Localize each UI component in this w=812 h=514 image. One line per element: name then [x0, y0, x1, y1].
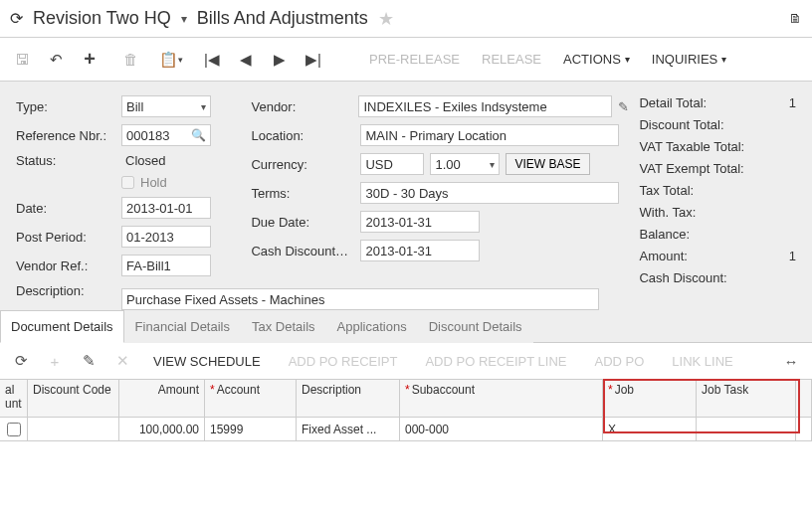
grid-refresh-icon[interactable]: ⟳ [8, 348, 34, 374]
grid-header-amount[interactable]: Amount [119, 380, 205, 418]
addporeceiptline-button[interactable]: ADD PO RECEIPT LINE [415, 354, 576, 369]
vendorref-label: Vendor Ref.: [16, 258, 115, 273]
grid-header-jobtask[interactable]: Job Task [697, 380, 796, 418]
detailtotal-value: 1 [789, 95, 796, 110]
grid-toolbar: ⟳ + ✎ ✕ VIEW SCHEDULE ADD PO RECEIPT ADD… [0, 343, 812, 379]
amount-label: Amount: [639, 249, 750, 263]
cell-discountcode[interactable] [28, 418, 119, 441]
cell-description[interactable]: Fixed Asset ... [297, 418, 400, 441]
tab-document-details[interactable]: Document Details [0, 310, 124, 343]
notes-icon[interactable]: 🗎 [789, 11, 802, 26]
tab-financial-details[interactable]: Financial Details [124, 310, 241, 343]
form-header: Type: Bill▾ Reference Nbr.: 000183🔍 Stat… [0, 82, 812, 310]
addporeceipt-button[interactable]: ADD PO RECEIPT [279, 354, 408, 369]
save-icon[interactable]: 🖫 [8, 46, 36, 74]
detail-tabs: Document Details Financial Details Tax D… [0, 310, 812, 343]
type-dropdown[interactable]: Bill▾ [121, 95, 211, 117]
viewschedule-button[interactable]: VIEW SCHEDULE [143, 354, 271, 369]
delete-icon[interactable]: 🗑 [116, 46, 144, 74]
currency-input[interactable]: USD [360, 153, 424, 175]
discounttotal-label: Discount Total: [639, 117, 750, 132]
grid-header-end [796, 380, 812, 418]
hold-label: Hold [140, 175, 167, 190]
inquiries-menu[interactable]: INQUIRIES▾ [644, 46, 734, 74]
add-icon[interactable]: + [76, 46, 103, 74]
refnbr-label: Reference Nbr.: [16, 128, 115, 143]
prev-record-icon[interactable]: ◀ [232, 46, 260, 74]
cell-jobtask[interactable] [697, 418, 796, 441]
prerelease-button[interactable]: PRE-RELEASE [361, 46, 468, 74]
status-value: Closed [121, 153, 165, 168]
detailtotal-label: Detail Total: [639, 95, 750, 110]
postperiod-label: Post Period: [16, 230, 115, 245]
linkline-button[interactable]: LINK LINE [662, 354, 742, 369]
cell-job[interactable]: X [603, 418, 697, 441]
chevron-down-icon[interactable]: ▾ [181, 12, 187, 26]
addpo-button[interactable]: ADD PO [585, 354, 655, 369]
grid-add-icon[interactable]: + [42, 348, 68, 374]
grid-row[interactable]: 100,000.00 15999 Fixed Asset ... 000-000… [0, 418, 812, 441]
date-label: Date: [16, 201, 115, 216]
reload-icon[interactable]: ⟳ [10, 9, 23, 28]
actions-menu[interactable]: ACTIONS▾ [555, 46, 638, 74]
star-icon[interactable]: ★ [378, 8, 394, 30]
grid-row-selector[interactable] [0, 418, 28, 441]
location-input[interactable]: MAIN - Primary Location [360, 124, 619, 146]
release-button[interactable]: RELEASE [474, 46, 549, 74]
taxtotal-label: Tax Total: [639, 183, 750, 198]
grid-header-partial: al unt [0, 380, 28, 418]
duedate-label: Due Date: [251, 215, 354, 230]
cell-account[interactable]: 15999 [205, 418, 297, 441]
hold-checkbox[interactable] [121, 176, 134, 189]
cashdiscount-label: Cash Discount: [639, 270, 750, 285]
grid-header-discountcode[interactable]: Discount Code [28, 380, 119, 418]
cell-amount[interactable]: 100,000.00 [119, 418, 205, 441]
status-label: Status: [16, 153, 115, 168]
grid-header-subaccount[interactable]: *Subaccount [400, 380, 603, 418]
vendor-input[interactable]: INDEXILES - Exiles Indsysteme [358, 95, 612, 117]
details-grid: al unt Discount Code Amount *Account Des… [0, 379, 812, 441]
tab-tax-details[interactable]: Tax Details [241, 310, 326, 343]
tab-discount-details[interactable]: Discount Details [418, 310, 533, 343]
duedate-input[interactable]: 2013-01-31 [360, 211, 480, 233]
postperiod-input[interactable]: 01-2013 [121, 226, 211, 248]
grid-edit-icon[interactable]: ✎ [76, 348, 102, 374]
type-label: Type: [16, 99, 115, 114]
last-record-icon[interactable]: ▶| [300, 46, 327, 74]
cell-subaccount[interactable]: 000-000 [400, 418, 603, 441]
clipboard-icon[interactable]: 📋▾ [157, 46, 185, 74]
breadcrumb: ⟳ Revision Two HQ ▾ Bills And Adjustment… [0, 0, 812, 38]
withtax-label: With. Tax: [639, 205, 750, 220]
cashdiscdate-input[interactable]: 2013-01-31 [360, 240, 480, 261]
description-input[interactable]: Purchase Fixed Assets - Machines [121, 288, 599, 310]
terms-input[interactable]: 30D - 30 Days [360, 182, 619, 204]
description-label: Description: [16, 283, 115, 298]
cashdiscdate-label: Cash Discount… [251, 244, 354, 258]
vendorref-input[interactable]: FA-Bill1 [121, 255, 211, 276]
vattax-label: VAT Taxable Total: [639, 139, 750, 154]
grid-header-job[interactable]: *Job [603, 380, 697, 418]
balance-label: Balance: [639, 227, 750, 242]
grid-header-account[interactable]: *Account [205, 380, 297, 418]
first-record-icon[interactable]: |◀ [198, 46, 226, 74]
vatexempt-label: VAT Exempt Total: [639, 161, 750, 176]
edit-vendor-icon[interactable]: ✎ [618, 99, 629, 114]
vendor-label: Vendor: [251, 99, 352, 114]
grid-columns-icon[interactable]: ↔ [778, 348, 804, 374]
currency-rate-input[interactable]: 1.00▾ [430, 153, 500, 175]
grid-header-description[interactable]: Description [297, 380, 400, 418]
tab-applications[interactable]: Applications [326, 310, 418, 343]
refnbr-input[interactable]: 000183🔍 [121, 124, 211, 146]
amount-value: 1 [789, 249, 796, 263]
currency-label: Currency: [251, 157, 354, 172]
breadcrumb-screen[interactable]: Bills And Adjustments [197, 8, 368, 29]
main-toolbar: 🖫 ↶ + 🗑 📋▾ |◀ ◀ ▶ ▶| PRE-RELEASE RELEASE… [0, 38, 812, 82]
cell-end [796, 418, 812, 441]
undo-icon[interactable]: ↶ [42, 46, 70, 74]
date-input[interactable]: 2013-01-01 [121, 197, 211, 219]
next-record-icon[interactable]: ▶ [266, 46, 294, 74]
grid-delete-icon[interactable]: ✕ [109, 348, 135, 374]
terms-label: Terms: [251, 186, 354, 201]
breadcrumb-company[interactable]: Revision Two HQ [33, 8, 171, 29]
viewbase-button[interactable]: VIEW BASE [506, 153, 589, 175]
